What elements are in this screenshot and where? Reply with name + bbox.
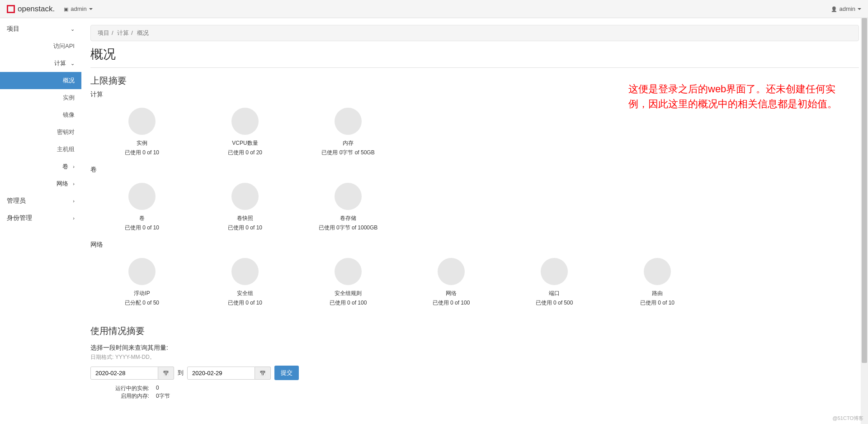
chevron-down-icon: ⌄ [71,26,75,32]
quota-label: 端口 [549,290,560,297]
quota-usage: 已使用 0 of 20 [228,149,262,157]
date-from-input[interactable] [90,367,158,380]
scrollbar-thumb[interactable] [862,18,867,363]
quota-usage: 已使用 0字节 of 50GB [321,149,374,157]
chevron-right-icon: › [73,198,75,204]
nav-project[interactable]: 项目 ⌄ [0,20,81,38]
content: 项目/ 计算/ 概况 概况 上限摘要 计算 实例已使用 0 of 10VCPU数… [81,18,868,414]
crumb-overview: 概况 [137,29,149,36]
quota-row-network: 浮动IP已分配 0 of 50安全组已使用 0 of 10安全组规则已使用 0 … [90,253,859,311]
quota-item: 卷已使用 0 of 10 [90,178,193,236]
nav-overview[interactable]: 概况 [0,72,81,89]
quota-label: 网络 [446,290,457,297]
network-section-title: 网络 [90,241,859,249]
quota-item: 路由已使用 0 of 10 [606,253,709,311]
domain-dropdown[interactable]: admin [64,5,92,12]
calendar-icon[interactable] [158,367,174,380]
quota-item: 内存已使用 0字节 of 50GB [297,103,400,161]
user-label: admin [840,5,855,12]
nav-label: 身份管理 [7,214,32,222]
nav-label: 主机组 [57,145,75,153]
quota-chart-icon [128,183,156,210]
quota-label: 浮动IP [134,290,150,297]
quota-usage: 已使用 0 of 500 [536,299,573,307]
quota-chart-icon [231,258,259,285]
running-instances-key: 运行中的实例: [90,385,149,392]
quota-chart-icon [541,258,568,285]
page-title: 概况 [90,46,859,68]
user-icon [831,5,837,12]
quota-usage: 已使用 0字节 of 1000GB [319,224,378,232]
quota-row-volumes: 卷已使用 0 of 10卷快照已使用 0 of 10卷存储已使用 0字节 of … [90,178,859,236]
nav-label: 计算 [7,59,66,67]
scrollbar[interactable] [861,18,868,414]
quota-usage: 已使用 0 of 10 [228,224,262,232]
quota-item: 网络已使用 0 of 100 [400,253,503,311]
quota-chart-icon [231,108,259,135]
running-instances-value: 0 [156,385,159,392]
quota-label: 卷存储 [340,214,356,222]
quota-item: 卷快照已使用 0 of 10 [193,178,297,236]
nav-images[interactable]: 镜像 [0,106,81,124]
quota-label: 卷快照 [237,214,253,222]
nav-instances[interactable]: 实例 [0,89,81,106]
nav-label: 实例 [63,94,75,102]
used-ram-value: 0字节 [156,392,170,400]
quota-usage: 已使用 0 of 10 [228,299,262,307]
quota-item: 浮动IP已分配 0 of 50 [90,253,193,311]
quota-chart-icon [438,258,465,285]
crumb-project[interactable]: 项目 [98,29,109,36]
nav-api-access[interactable]: 访问API [0,38,81,55]
usage-summary-title: 使用情况摘要 [90,325,859,337]
submit-button[interactable]: 提交 [274,366,299,380]
quota-chart-icon [335,258,362,285]
quota-label: 实例 [137,139,147,147]
topbar: openstack. admin admin [0,0,868,18]
nav-label: 密钥对 [57,128,75,136]
quota-item: 端口已使用 0 of 500 [503,253,606,311]
breadcrumb: 项目/ 计算/ 概况 [90,25,859,41]
quota-usage: 已使用 0 of 100 [330,299,367,307]
chevron-down-icon: ⌄ [71,61,75,67]
volumes-section-title: 卷 [90,166,859,174]
user-dropdown[interactable]: admin [831,5,861,12]
chevron-right-icon: › [73,164,75,169]
brand-text: openstack. [18,5,55,14]
cube-icon [64,5,68,12]
quota-chart-icon [128,258,156,285]
quota-label: 内存 [343,139,354,147]
nav-compute[interactable]: 计算 ⌄ [0,55,81,72]
used-ram-key: 启用的内存: [90,392,149,400]
quota-label: 路由 [652,290,663,297]
nav-label: 概况 [63,76,75,85]
nav-volumes[interactable]: 卷 › [0,158,81,175]
nav-label: 卷 [7,162,68,171]
nav-admin[interactable]: 管理员 › [0,192,81,210]
chevron-right-icon: › [73,181,75,186]
quota-chart-icon [128,108,156,135]
quota-usage: 已使用 0 of 10 [125,149,159,157]
nav-label: 镜像 [63,111,75,119]
quota-usage: 已使用 0 of 10 [640,299,675,307]
to-label: 到 [178,369,184,377]
quota-item: 卷存储已使用 0字节 of 1000GB [297,178,400,236]
quota-label: 安全组规则 [335,290,362,297]
nav-label: 管理员 [7,197,26,205]
nav-keypairs[interactable]: 密钥对 [0,124,81,141]
nav-hostgroups[interactable]: 主机组 [0,141,81,158]
annotation-note: 这便是登录之后的web界面了。还未创建任何实例，因此这里的概况中的相关信息都是初… [628,81,854,111]
crumb-compute[interactable]: 计算 [117,29,129,36]
caret-down-icon [89,8,93,10]
nav-network[interactable]: 网络 › [0,175,81,192]
quota-label: 卷 [139,214,145,222]
date-format-hint: 日期格式: YYYY-MM-DD。 [90,353,859,361]
quota-item: 实例已使用 0 of 10 [90,103,193,161]
chevron-right-icon: › [73,215,75,221]
quota-chart-icon [644,258,671,285]
date-to-input[interactable] [187,367,255,380]
nav-identity[interactable]: 身份管理 › [0,210,81,227]
quota-item: 安全组已使用 0 of 10 [193,253,297,311]
domain-label: admin [71,5,86,12]
brand-logo[interactable]: openstack. [7,5,55,14]
calendar-icon[interactable] [255,367,271,380]
